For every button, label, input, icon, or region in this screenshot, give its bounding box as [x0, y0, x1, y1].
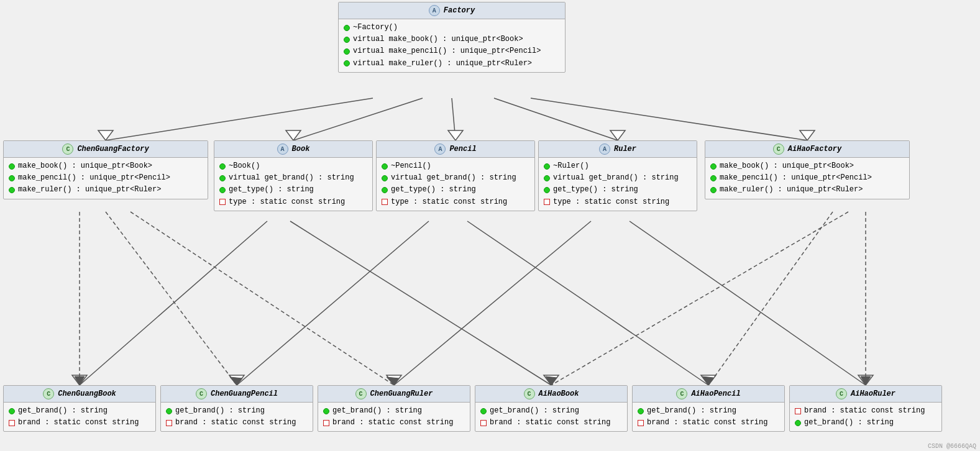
member-book-0: ~Book() — [219, 160, 367, 172]
svg-line-28 — [551, 212, 848, 385]
badge-aiHaoBook: C — [524, 388, 535, 399]
member-text-factory-3: virtual make_ruler() : unique_ptr<Ruler> — [353, 58, 532, 70]
member-chenGuangFactory-1: make_pencil() : unique_ptr<Pencil> — [9, 172, 203, 184]
badge-ruler: A — [599, 144, 610, 155]
badge-book: A — [277, 144, 288, 155]
badge-aiHaoPencil: C — [676, 388, 687, 399]
uml-body-aiHaoFactory: make_book() : unique_ptr<Book>make_penci… — [705, 158, 909, 199]
field-icon — [480, 420, 487, 426]
svg-line-0 — [106, 98, 373, 140]
svg-line-26 — [131, 212, 394, 385]
uml-diagram: AFactory~Factory()virtual make_book() : … — [0, 0, 980, 451]
member-factory-1: virtual make_book() : unique_ptr<Book> — [344, 34, 560, 45]
uml-box-pencil: APencil~Pencil()virtual get_brand() : st… — [376, 140, 535, 211]
svg-line-10 — [80, 221, 267, 385]
uml-body-book: ~Book()virtual get_brand() : stringget_t… — [214, 158, 372, 211]
svg-line-24 — [106, 212, 237, 385]
uml-box-aiHaoPencil: CAiHaoPencilget_brand() : stringbrand : … — [632, 385, 785, 432]
uml-header-chenGuangRuler: CChenGuangRuler — [318, 386, 470, 403]
uml-box-aiHaoRuler: CAiHaoRulerbrand : static const stringge… — [789, 385, 942, 432]
badge-aiHaoFactory: C — [773, 144, 784, 155]
svg-line-30 — [708, 212, 833, 385]
member-text-aiHaoFactory-0: make_book() : unique_ptr<Book> — [720, 160, 854, 172]
uml-header-pencil: APencil — [377, 141, 534, 158]
svg-marker-11 — [72, 375, 87, 385]
class-name-chenGuangRuler: ChenGuangRuler — [370, 390, 433, 398]
member-text-ruler-2: get_type() : string — [553, 184, 638, 196]
field-icon — [382, 199, 388, 205]
svg-marker-19 — [387, 375, 401, 385]
member-text-pencil-3: type : static const string — [391, 196, 507, 208]
class-name-aiHaoPencil: AiHaoPencil — [691, 390, 740, 398]
member-text-aiHaoBook-0: get_brand() : string — [490, 405, 579, 417]
svg-line-20 — [630, 221, 866, 385]
member-text-chenGuangBook-1: brand : static const string — [18, 417, 139, 429]
badge-chenGuangFactory: C — [62, 144, 73, 155]
method-icon — [710, 163, 717, 170]
svg-marker-31 — [702, 376, 713, 385]
member-text-factory-2: virtual make_pencil() : unique_ptr<Penci… — [353, 45, 541, 57]
badge-factory: A — [429, 5, 440, 16]
method-icon — [544, 163, 550, 170]
member-text-book-1: virtual get_brand() : string — [229, 172, 354, 184]
svg-marker-25 — [230, 377, 242, 385]
svg-marker-17 — [701, 375, 716, 385]
uml-box-factory: AFactory~Factory()virtual make_book() : … — [338, 2, 566, 73]
member-pencil-3: type : static const string — [382, 196, 529, 208]
method-icon — [480, 408, 487, 414]
member-pencil-1: virtual get_brand() : string — [382, 172, 529, 184]
uml-body-aiHaoRuler: brand : static const stringget_brand() :… — [790, 403, 941, 431]
method-icon — [638, 408, 644, 414]
uml-header-factory: AFactory — [339, 2, 565, 19]
badge-chenGuangPencil: C — [196, 388, 207, 399]
uml-body-chenGuangBook: get_brand() : stringbrand : static const… — [4, 403, 155, 431]
member-chenGuangPencil-1: brand : static const string — [166, 417, 308, 429]
member-text-pencil-2: get_type() : string — [391, 184, 476, 196]
member-text-aiHaoPencil-0: get_brand() : string — [647, 405, 736, 417]
class-name-book: Book — [292, 145, 310, 153]
uml-body-pencil: ~Pencil()virtual get_brand() : stringget… — [377, 158, 534, 211]
member-text-book-2: get_type() : string — [229, 184, 314, 196]
svg-line-18 — [394, 221, 591, 385]
member-text-chenGuangRuler-0: get_brand() : string — [332, 405, 422, 417]
method-icon — [382, 163, 388, 170]
uml-body-chenGuangFactory: make_book() : unique_ptr<Book>make_penci… — [4, 158, 208, 199]
svg-line-4 — [293, 98, 423, 140]
uml-header-aiHaoFactory: CAiHaoFactory — [705, 141, 909, 158]
member-text-aiHaoFactory-1: make_pencil() : unique_ptr<Pencil> — [720, 172, 872, 184]
uml-header-book: ABook — [214, 141, 372, 158]
uml-body-factory: ~Factory()virtual make_book() : unique_p… — [339, 19, 565, 72]
member-chenGuangBook-0: get_brand() : string — [9, 405, 150, 417]
class-name-chenGuangBook: ChenGuangBook — [58, 390, 116, 398]
class-name-chenGuangFactory: ChenGuangFactory — [77, 145, 149, 153]
svg-marker-1 — [98, 130, 113, 140]
method-icon — [344, 60, 350, 66]
uml-box-aiHaoFactory: CAiHaoFactorymake_book() : unique_ptr<Bo… — [705, 140, 910, 199]
svg-marker-15 — [229, 375, 244, 385]
member-text-factory-0: ~Factory() — [353, 22, 398, 34]
member-chenGuangFactory-0: make_book() : unique_ptr<Book> — [9, 160, 203, 172]
member-text-aiHaoFactory-2: make_ruler() : unique_ptr<Ruler> — [720, 184, 863, 196]
member-text-factory-1: virtual make_book() : unique_ptr<Book> — [353, 34, 523, 45]
member-text-aiHaoBook-1: brand : static const string — [490, 417, 610, 429]
member-text-aiHaoPencil-1: brand : static const string — [647, 417, 767, 429]
class-name-aiHaoFactory: AiHaoFactory — [788, 145, 841, 153]
member-text-chenGuangFactory-2: make_ruler() : unique_ptr<Ruler> — [18, 184, 161, 196]
uml-header-ruler: ARuler — [539, 141, 697, 158]
member-text-book-0: ~Book() — [229, 160, 260, 172]
svg-marker-9 — [610, 130, 625, 140]
method-icon — [544, 187, 550, 193]
svg-line-14 — [237, 221, 429, 385]
uml-body-aiHaoPencil: get_brand() : stringbrand : static const… — [633, 403, 784, 431]
svg-marker-27 — [387, 377, 399, 385]
uml-box-aiHaoBook: CAiHaoBookget_brand() : stringbrand : st… — [475, 385, 628, 432]
field-icon — [9, 420, 15, 426]
method-icon — [710, 187, 717, 193]
class-name-chenGuangPencil: ChenGuangPencil — [211, 390, 278, 398]
field-icon — [166, 420, 172, 426]
member-text-chenGuangPencil-1: brand : static const string — [175, 417, 296, 429]
method-icon — [323, 408, 329, 414]
method-icon — [9, 408, 15, 414]
uml-box-chenGuangPencil: CChenGuangPencilget_brand() : stringbran… — [160, 385, 313, 432]
method-icon — [219, 175, 226, 181]
